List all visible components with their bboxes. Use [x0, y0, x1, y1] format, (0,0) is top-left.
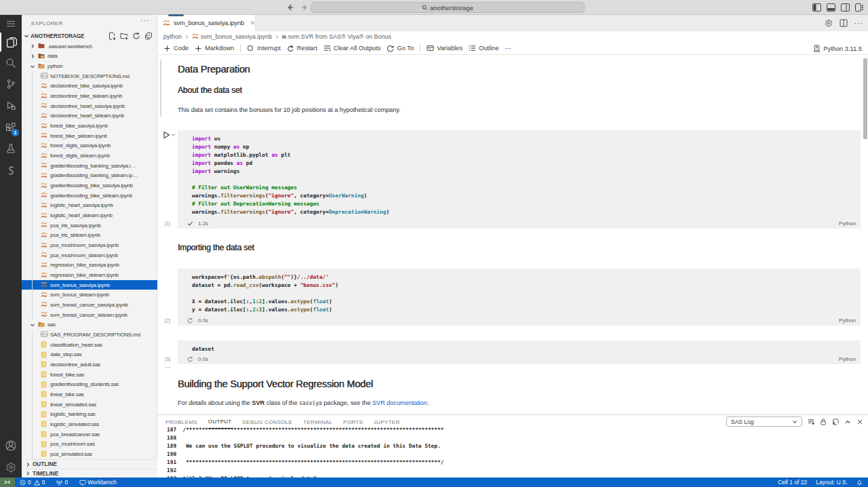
activity-accounts[interactable]	[0, 436, 22, 455]
kernel-picker[interactable]: Python 3.11.5	[813, 42, 862, 55]
new-folder-icon[interactable]	[120, 32, 128, 40]
tree-item-sas[interactable]: sas	[22, 319, 157, 330]
open-output-in-editor-icon[interactable]	[832, 418, 839, 425]
more-actions-icon[interactable]: ···	[140, 16, 150, 24]
refresh-icon[interactable]	[132, 32, 140, 40]
toolbar-restart-button[interactable]: Restart	[287, 45, 317, 52]
svr-documentation-link[interactable]: SVR documentation	[372, 400, 427, 406]
new-file-icon[interactable]	[108, 32, 116, 40]
toolbar-interrupt-button[interactable]: Interrupt	[247, 45, 281, 52]
toolbar-more-actions[interactable]: ⋯	[505, 45, 513, 52]
activity-extensions[interactable]: 1	[0, 118, 22, 137]
tree-item-pca-iris-sasviya-ipynb[interactable]: pca_iris_sasviya.ipynb	[22, 220, 157, 231]
breadcrumb-item[interactable]: svm.SVR from SAS® Viya® on Bonus	[288, 33, 391, 40]
code-editor[interactable]: dataset	[178, 340, 861, 353]
tree-item-pca-mushroom-sklearn-ipynb[interactable]: pca_mushroom_sklearn.ipynb	[22, 250, 157, 260]
clear-output-icon[interactable]	[808, 418, 814, 425]
toolbar-markdown-button[interactable]: Markdown	[195, 45, 234, 52]
code-cell[interactable]: workspace=f'{os.path.abspath("")}/../dat…	[178, 269, 861, 326]
tree-item-regression-bike-sasviya-ipynb[interactable]: regression_bike_sasviya.ipynb	[22, 260, 157, 271]
status-item-cell-1-of-22[interactable]: Cell 1 of 22	[778, 479, 807, 486]
customize-layout-icon[interactable]	[855, 3, 864, 12]
activity-explorer[interactable]	[0, 33, 22, 52]
code-cell[interactable]: dataset 0.0sPython	[178, 340, 861, 364]
status-item-workbench[interactable]: Workbench	[79, 479, 117, 486]
activity-menu[interactable]	[0, 14, 22, 33]
tree-item-pca-simulated-sas[interactable]: pca_simulated.sas	[22, 449, 157, 459]
status-item-0[interactable]: 0	[56, 479, 68, 486]
toggle-secondary-sidebar-icon[interactable]	[841, 3, 850, 12]
tree-item-decisiontree-bike-sasviya-ipynb[interactable]: decisiontree_bike_sasviya.ipynb	[22, 81, 157, 92]
tree-item-classification-heart-sas[interactable]: classification_heart.sas	[22, 340, 157, 350]
collapsed-cells-indicator[interactable]: ⋯	[165, 364, 172, 371]
collapse-all-icon[interactable]	[144, 32, 153, 40]
tree-item-pca-mushroom-sasviya-ipynb[interactable]: pca_mushroom_sasviya.ipynb	[22, 240, 157, 250]
activity-source-control[interactable]	[0, 75, 22, 94]
tree-item-logistic-heart-sklearn-ipynb[interactable]: logistic_heart_sklearn.ipynb	[22, 210, 157, 220]
toolbar-code-button[interactable]: Code	[163, 45, 189, 52]
output-log[interactable]: 187 /***********************************…	[167, 426, 443, 483]
back-arrow-icon[interactable]	[285, 3, 295, 12]
tree-item-pca-breastcancer-sas[interactable]: pca_breastcancer.sas	[22, 429, 157, 440]
tree-item-decisiontree-heart-sklearn-ipynb[interactable]: decisiontree_heart_sklearn.ipynb	[22, 111, 157, 121]
tree-item-svm-breast-cancer-sklearn-ipynb[interactable]: svm_breast_cancer_sklearn.ipynb	[22, 310, 157, 320]
cell-language[interactable]: Python	[839, 317, 856, 324]
activity-settings[interactable]	[0, 458, 22, 477]
status-item-layout-u-s-[interactable]: Layout: U.S.	[816, 479, 848, 486]
status-item-0[interactable]: 0	[34, 479, 45, 486]
tree-item-forest-bike-sas[interactable]: forest_bike.sas	[22, 370, 157, 380]
code-editor[interactable]: workspace=f'{os.path.abspath("")}/../dat…	[178, 269, 861, 314]
close-icon[interactable]	[250, 20, 255, 26]
tree-item-decisiontree-bike-sklearn-ipynb[interactable]: decisiontree_bike_sklearn.ipynb	[22, 91, 157, 101]
tree-item-linear-bike-sas[interactable]: linear_bike.sas	[22, 389, 157, 400]
tree-item-data[interactable]: data	[22, 52, 157, 62]
tree-item-forest-digits-sasviya-ipynb[interactable]: forest_digits_sasviya.ipynb	[22, 141, 157, 151]
tree-item-notebook-descriptions-md[interactable]: NOTEBOOK_DESCRIPTIONS.md	[22, 71, 157, 81]
tree-item-logistic-banking-sas[interactable]: logistic_banking.sas	[22, 409, 157, 419]
outline-section[interactable]: OUTLINE	[22, 459, 157, 469]
tree-item--sasuser-workbench[interactable]: .sasuser.workbench	[22, 41, 157, 52]
status-bell-icon[interactable]	[856, 480, 863, 486]
output-channel-select[interactable]: SAS Log	[726, 416, 802, 427]
breadcrumb-item[interactable]: svm_bonus_sasviya.ipynb	[201, 33, 272, 40]
cell-language[interactable]: Python	[839, 356, 856, 362]
code-editor[interactable]: import os import numpy as np import matp…	[178, 130, 861, 216]
run-cell-button[interactable]	[163, 131, 176, 139]
cell-language[interactable]: Python	[839, 220, 856, 227]
tree-item-decisiontree-adult-sas[interactable]: decisiontree_adult.sas	[22, 359, 157, 370]
tree-item-svm-breast-cancer-sasviya-ipynb[interactable]: svm_breast_cancer_sasviya.ipynb	[22, 300, 157, 310]
remote-indicator[interactable]	[0, 478, 15, 487]
tree-item-forest-bike-sasviya-ipynb[interactable]: forest_bike_sasviya.ipynb	[22, 121, 157, 131]
tree-item-forest-bike-sklearn-ipynb[interactable]: forest_bike_sklearn.ipynb	[22, 131, 157, 141]
gear-icon[interactable]	[825, 19, 833, 27]
tree-item-sas-program-descriptions-md[interactable]: SAS_PROGRAM_DESCRIPTIONS.md	[22, 330, 157, 340]
tree-item-gradientboosting-bike-sklearn-ipynb[interactable]: gradientboosting_bike_sklearn.ipynb	[22, 191, 157, 201]
maximize-panel-icon[interactable]	[844, 418, 851, 425]
tree-item-gradientboosting-students-sas[interactable]: gradientboosting_students.sas	[22, 379, 157, 389]
toolbar-clear-all-outputs-button[interactable]: Clear All Outputs	[323, 45, 381, 52]
activity-search[interactable]	[0, 54, 22, 73]
tree-item-gradientboosting-bike-sasviya-ipynb[interactable]: gradientboosting_bike_sasviya.ipynb	[22, 180, 157, 191]
tree-item-python[interactable]: python	[22, 61, 157, 71]
tree-item-pca-iris-sklearn-ipynb[interactable]: pca_iris_sklearn.ipynb	[22, 231, 157, 241]
command-center[interactable]: anotherstorage	[311, 2, 585, 13]
close-panel-icon[interactable]	[856, 418, 863, 425]
tree-item-gradientboosting-banking-sasviya-i-[interactable]: gradientboosting_banking_sasviya.i…	[22, 161, 157, 171]
tree-item-logistic-simulated-sas[interactable]: logistic_simulated.sas	[22, 419, 157, 429]
toolbar-variables-button[interactable]: Variables	[427, 45, 462, 52]
more-actions-icon[interactable]: ···	[854, 19, 863, 27]
tree-item-svm-bonus-sklearn-ipynb[interactable]: svm_bonus_sklearn.ipynb	[22, 290, 157, 300]
tree-item-gradientboosting-banking-sklearn-ip-[interactable]: gradientboosting_banking_sklearn.ip…	[22, 171, 157, 181]
toolbar-go-to-button[interactable]: Go To	[387, 45, 414, 52]
tree-item-pca-mushroom-sas[interactable]: pca_mushroom.sas	[22, 439, 157, 449]
toolbar-outline-button[interactable]: Outline	[469, 45, 498, 52]
tree-item-forest-digits-sklearn-ipynb[interactable]: forest_digits_sklearn.ipynb	[22, 151, 157, 161]
breadcrumb-item[interactable]: python	[163, 33, 182, 40]
activity-sas[interactable]	[0, 161, 22, 180]
split-editor-icon[interactable]	[840, 19, 848, 27]
code-cell[interactable]: import os import numpy as np import matp…	[178, 130, 861, 229]
tree-item-regression-bike-sklearn-ipynb[interactable]: regression_bike_sklearn.ipynb	[22, 270, 157, 280]
tab-svm-bonus-sasviya[interactable]: svm_bonus_sasviya.ipynb	[157, 15, 256, 31]
tree-item-decisiontree-heart-sasviya-ipynb[interactable]: decisiontree_heart_sasviya.ipynb	[22, 101, 157, 111]
toggle-panel-icon[interactable]	[827, 3, 835, 12]
